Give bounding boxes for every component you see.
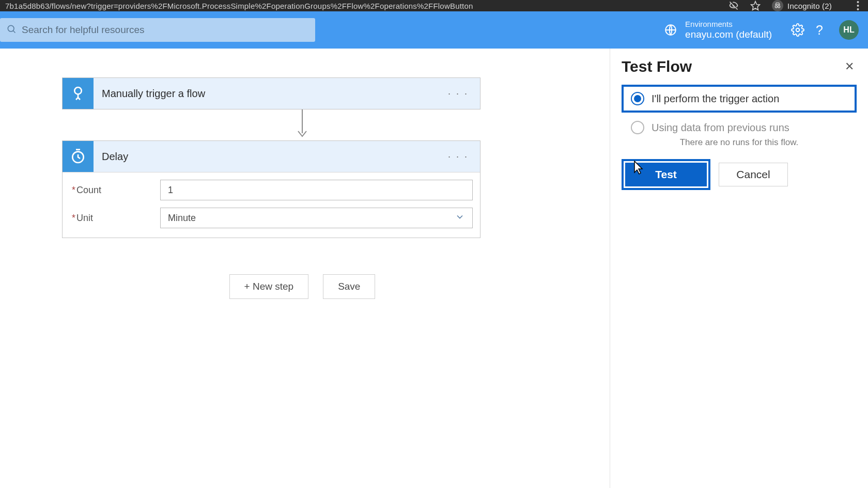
globe-icon [663,23,678,37]
chevron-down-icon [455,212,465,225]
avatar-initials: HL [843,25,854,35]
star-icon[interactable] [750,1,761,11]
browser-url: 7b1a5d8b63/flows/new?trigger=providers%2… [5,2,718,10]
svg-point-9 [796,28,800,32]
test-option-perform-trigger[interactable]: I'll perform the trigger action [622,85,857,113]
test-flow-panel: Test Flow ✕ I'll perform the trigger act… [610,49,868,488]
panel-title: Test Flow [622,58,692,75]
browser-address-bar[interactable]: 7b1a5d8b63/flows/new?trigger=providers%2… [0,0,868,11]
svg-point-3 [857,1,859,3]
svg-point-5 [857,8,859,10]
svg-point-1 [775,6,777,8]
radio-selected-icon [631,92,644,105]
save-button[interactable]: Save [323,274,375,299]
header-search[interactable] [0,18,315,42]
unit-label: *Unit [70,213,160,224]
svg-point-10 [74,87,81,94]
connector-arrow [62,109,542,140]
incognito-label: Incognito (2) [787,2,832,10]
delay-menu-icon[interactable]: · · · [437,151,480,162]
delay-card[interactable]: Delay · · · *Count *Unit Minute [62,140,481,238]
close-icon[interactable]: ✕ [842,60,857,73]
svg-point-6 [8,25,14,32]
test-option-previous-runs: Using data from previous runs [622,121,857,134]
svg-point-4 [857,5,859,7]
environment-value: enayu.com (default) [685,29,772,40]
eye-off-icon[interactable] [729,1,739,11]
cancel-button[interactable]: Cancel [719,163,788,186]
app-header: Environments enayu.com (default) ? HL [0,11,868,49]
no-runs-message: There are no runs for this flow. [622,137,857,148]
delay-title: Delay [94,151,437,163]
incognito-indicator[interactable]: Incognito (2) [772,0,832,11]
browser-right-icons: Incognito (2) [729,0,863,11]
test-button[interactable]: Test [625,163,707,186]
new-step-button[interactable]: + New step [229,274,309,299]
radio-unselected-icon [631,121,644,134]
trigger-menu-icon[interactable]: · · · [437,88,480,99]
trigger-card[interactable]: Manually trigger a flow · · · [62,77,481,109]
count-input-wrap [160,180,473,200]
option2-label: Using data from previous runs [652,122,789,134]
svg-marker-0 [751,2,760,10]
browser-menu-icon[interactable] [853,1,863,11]
svg-point-2 [778,6,780,8]
delay-icon [63,141,94,172]
count-label: *Count [70,185,160,196]
unit-value: Minute [168,213,196,224]
environments-label: Environments [685,20,772,28]
svg-line-7 [13,31,16,33]
help-icon[interactable]: ? [812,23,827,37]
search-icon [6,24,17,36]
count-input[interactable] [168,185,465,196]
trigger-icon [63,78,94,109]
incognito-icon [772,0,783,11]
option1-label: I'll perform the trigger action [652,93,779,105]
trigger-title: Manually trigger a flow [94,88,437,100]
unit-select[interactable]: Minute [160,208,473,228]
search-input[interactable] [22,24,309,36]
environment-picker[interactable]: Environments enayu.com (default) [663,20,772,40]
settings-icon[interactable] [791,23,805,37]
avatar[interactable]: HL [839,20,859,40]
flow-canvas: Manually trigger a flow · · · Delay · · … [0,49,610,488]
